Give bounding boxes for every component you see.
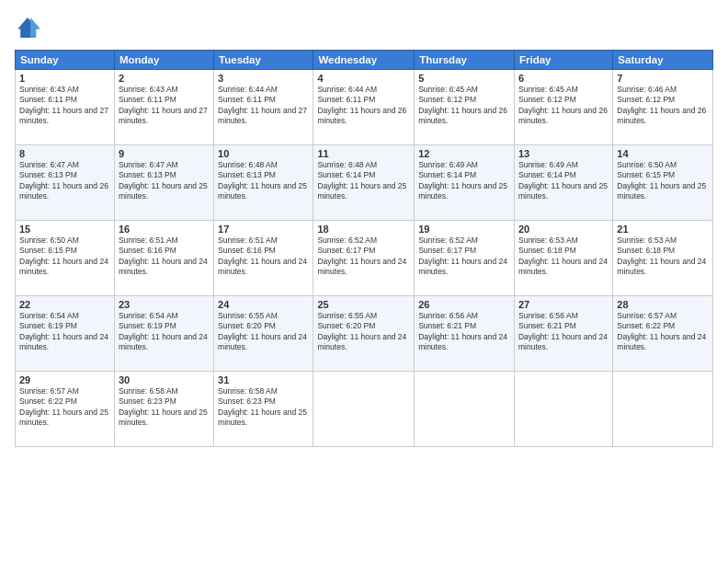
calendar-cell: 4Sunrise: 6:44 AM Sunset: 6:11 PM Daylig…	[313, 70, 415, 145]
day-number: 2	[119, 73, 210, 84]
logo	[15, 15, 44, 40]
calendar-cell: 27Sunrise: 6:56 AM Sunset: 6:21 PM Dayli…	[514, 296, 612, 372]
header	[15, 15, 713, 40]
day-number: 15	[19, 224, 110, 235]
cell-info: Sunrise: 6:47 AM Sunset: 6:13 PM Dayligh…	[19, 160, 110, 202]
day-number: 16	[119, 224, 210, 235]
week-row-5: 29Sunrise: 6:57 AM Sunset: 6:22 PM Dayli…	[16, 372, 713, 447]
calendar-cell	[415, 372, 515, 447]
calendar-cell: 12Sunrise: 6:49 AM Sunset: 6:14 PM Dayli…	[415, 145, 515, 221]
cell-info: Sunrise: 6:58 AM Sunset: 6:23 PM Dayligh…	[119, 386, 210, 429]
week-row-3: 15Sunrise: 6:50 AM Sunset: 6:15 PM Dayli…	[16, 221, 713, 296]
week-row-2: 8Sunrise: 6:47 AM Sunset: 6:13 PM Daylig…	[16, 145, 713, 221]
cell-info: Sunrise: 6:51 AM Sunset: 6:16 PM Dayligh…	[119, 236, 210, 278]
calendar-cell: 11Sunrise: 6:48 AM Sunset: 6:14 PM Dayli…	[313, 145, 415, 221]
dow-header-sunday: Sunday	[16, 51, 115, 70]
day-number: 6	[518, 73, 609, 84]
calendar-cell: 31Sunrise: 6:58 AM Sunset: 6:23 PM Dayli…	[214, 372, 313, 447]
dow-header-wednesday: Wednesday	[313, 51, 415, 70]
cell-info: Sunrise: 6:55 AM Sunset: 6:20 PM Dayligh…	[317, 311, 410, 353]
calendar-cell: 15Sunrise: 6:50 AM Sunset: 6:15 PM Dayli…	[16, 221, 115, 296]
day-number: 19	[418, 224, 510, 235]
day-number: 3	[218, 73, 309, 84]
cell-info: Sunrise: 6:56 AM Sunset: 6:21 PM Dayligh…	[418, 311, 510, 353]
calendar-cell: 1Sunrise: 6:43 AM Sunset: 6:11 PM Daylig…	[16, 70, 115, 145]
calendar: SundayMondayTuesdayWednesdayThursdayFrid…	[15, 50, 713, 447]
dow-header-monday: Monday	[114, 51, 213, 70]
cell-info: Sunrise: 6:43 AM Sunset: 6:11 PM Dayligh…	[119, 85, 210, 127]
day-number: 5	[418, 73, 510, 84]
cell-info: Sunrise: 6:52 AM Sunset: 6:17 PM Dayligh…	[317, 236, 410, 278]
day-number: 24	[218, 299, 309, 310]
cell-info: Sunrise: 6:45 AM Sunset: 6:12 PM Dayligh…	[518, 85, 609, 127]
calendar-cell	[313, 372, 415, 447]
calendar-cell: 25Sunrise: 6:55 AM Sunset: 6:20 PM Dayli…	[313, 296, 415, 372]
cell-info: Sunrise: 6:51 AM Sunset: 6:16 PM Dayligh…	[218, 236, 309, 278]
cell-info: Sunrise: 6:57 AM Sunset: 6:22 PM Dayligh…	[19, 386, 110, 429]
dow-header-thursday: Thursday	[415, 51, 515, 70]
cell-info: Sunrise: 6:49 AM Sunset: 6:14 PM Dayligh…	[418, 160, 510, 202]
cell-info: Sunrise: 6:50 AM Sunset: 6:15 PM Dayligh…	[19, 236, 110, 278]
cell-info: Sunrise: 6:52 AM Sunset: 6:17 PM Dayligh…	[418, 236, 510, 278]
day-number: 9	[119, 148, 210, 159]
calendar-cell: 29Sunrise: 6:57 AM Sunset: 6:22 PM Dayli…	[16, 372, 115, 447]
calendar-body: 1Sunrise: 6:43 AM Sunset: 6:11 PM Daylig…	[16, 70, 713, 447]
cell-info: Sunrise: 6:57 AM Sunset: 6:22 PM Dayligh…	[617, 311, 709, 353]
day-number: 10	[218, 148, 309, 159]
day-number: 23	[119, 299, 210, 310]
dow-header-saturday: Saturday	[613, 51, 713, 70]
day-number: 17	[218, 224, 309, 235]
day-number: 25	[317, 299, 410, 310]
day-number: 26	[418, 299, 510, 310]
day-number: 30	[119, 374, 210, 385]
cell-info: Sunrise: 6:45 AM Sunset: 6:12 PM Dayligh…	[418, 85, 510, 127]
dow-header-tuesday: Tuesday	[214, 51, 313, 70]
calendar-cell: 5Sunrise: 6:45 AM Sunset: 6:12 PM Daylig…	[415, 70, 515, 145]
cell-info: Sunrise: 6:43 AM Sunset: 6:11 PM Dayligh…	[19, 85, 110, 127]
calendar-cell: 7Sunrise: 6:46 AM Sunset: 6:12 PM Daylig…	[613, 70, 713, 145]
cell-info: Sunrise: 6:56 AM Sunset: 6:21 PM Dayligh…	[518, 311, 609, 353]
calendar-cell: 26Sunrise: 6:56 AM Sunset: 6:21 PM Dayli…	[415, 296, 515, 372]
cell-info: Sunrise: 6:48 AM Sunset: 6:13 PM Dayligh…	[218, 160, 309, 202]
cell-info: Sunrise: 6:54 AM Sunset: 6:19 PM Dayligh…	[119, 311, 210, 353]
calendar-cell: 30Sunrise: 6:58 AM Sunset: 6:23 PM Dayli…	[114, 372, 213, 447]
cell-info: Sunrise: 6:58 AM Sunset: 6:23 PM Dayligh…	[218, 386, 309, 429]
calendar-cell	[613, 372, 713, 447]
day-number: 22	[19, 299, 110, 310]
calendar-cell: 10Sunrise: 6:48 AM Sunset: 6:13 PM Dayli…	[214, 145, 313, 221]
calendar-cell: 21Sunrise: 6:53 AM Sunset: 6:18 PM Dayli…	[613, 221, 713, 296]
day-number: 14	[617, 148, 709, 159]
week-row-4: 22Sunrise: 6:54 AM Sunset: 6:19 PM Dayli…	[16, 296, 713, 372]
cell-info: Sunrise: 6:44 AM Sunset: 6:11 PM Dayligh…	[218, 85, 309, 127]
cell-info: Sunrise: 6:46 AM Sunset: 6:12 PM Dayligh…	[617, 85, 709, 127]
cell-info: Sunrise: 6:55 AM Sunset: 6:20 PM Dayligh…	[218, 311, 309, 353]
day-number: 31	[218, 374, 309, 385]
day-number: 27	[518, 299, 609, 310]
day-number: 18	[317, 224, 410, 235]
cell-info: Sunrise: 6:53 AM Sunset: 6:18 PM Dayligh…	[617, 236, 709, 278]
calendar-cell: 8Sunrise: 6:47 AM Sunset: 6:13 PM Daylig…	[16, 145, 115, 221]
calendar-cell: 17Sunrise: 6:51 AM Sunset: 6:16 PM Dayli…	[214, 221, 313, 296]
calendar-cell: 14Sunrise: 6:50 AM Sunset: 6:15 PM Dayli…	[613, 145, 713, 221]
day-number: 12	[418, 148, 510, 159]
week-row-1: 1Sunrise: 6:43 AM Sunset: 6:11 PM Daylig…	[16, 70, 713, 145]
day-number: 11	[317, 148, 410, 159]
cell-info: Sunrise: 6:44 AM Sunset: 6:11 PM Dayligh…	[317, 85, 410, 127]
calendar-cell: 28Sunrise: 6:57 AM Sunset: 6:22 PM Dayli…	[613, 296, 713, 372]
day-number: 13	[518, 148, 609, 159]
day-number: 29	[19, 374, 110, 385]
calendar-cell: 23Sunrise: 6:54 AM Sunset: 6:19 PM Dayli…	[114, 296, 213, 372]
calendar-cell: 9Sunrise: 6:47 AM Sunset: 6:13 PM Daylig…	[114, 145, 213, 221]
page: SundayMondayTuesdayWednesdayThursdayFrid…	[0, 0, 728, 563]
dow-header-friday: Friday	[514, 51, 612, 70]
calendar-cell: 22Sunrise: 6:54 AM Sunset: 6:19 PM Dayli…	[16, 296, 115, 372]
calendar-cell: 16Sunrise: 6:51 AM Sunset: 6:16 PM Dayli…	[114, 221, 213, 296]
cell-info: Sunrise: 6:49 AM Sunset: 6:14 PM Dayligh…	[518, 160, 609, 202]
calendar-cell: 18Sunrise: 6:52 AM Sunset: 6:17 PM Dayli…	[313, 221, 415, 296]
logo-icon	[15, 15, 40, 40]
cell-info: Sunrise: 6:53 AM Sunset: 6:18 PM Dayligh…	[518, 236, 609, 278]
cell-info: Sunrise: 6:50 AM Sunset: 6:15 PM Dayligh…	[617, 160, 709, 202]
calendar-cell: 24Sunrise: 6:55 AM Sunset: 6:20 PM Dayli…	[214, 296, 313, 372]
day-of-week-row: SundayMondayTuesdayWednesdayThursdayFrid…	[16, 51, 713, 70]
calendar-cell: 20Sunrise: 6:53 AM Sunset: 6:18 PM Dayli…	[514, 221, 612, 296]
